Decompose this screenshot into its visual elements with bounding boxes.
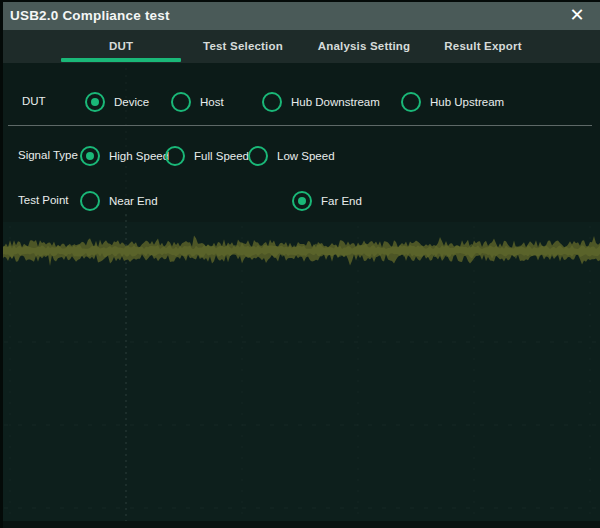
tab-dut[interactable]: DUT	[60, 30, 182, 63]
radio-option-label: Hub Upstream	[430, 96, 504, 108]
row-label-signal-type: Signal Type	[18, 149, 78, 161]
radio-unselected-icon	[165, 146, 185, 166]
dut-settings-form: DUTDeviceHostHub DownstreamHub UpstreamS…	[3, 63, 600, 223]
radio-dot	[298, 197, 306, 205]
tab-result-export[interactable]: Result Export	[422, 30, 544, 63]
radio-option-label: Far End	[321, 195, 362, 207]
radio-option-label: High Speed	[109, 150, 169, 162]
tab-label: Test Selection	[203, 40, 283, 52]
radio-option-hub-downstream[interactable]: Hub Downstream	[262, 92, 380, 112]
title-bar: USB2.0 Compliance test ✕	[3, 2, 600, 30]
tab-label: DUT	[109, 40, 133, 52]
window-title: USB2.0 Compliance test	[10, 2, 170, 30]
screen-bottom-edge	[0, 521, 600, 528]
radio-option-label: Low Speed	[277, 150, 335, 162]
radio-selected-icon	[292, 191, 312, 211]
radio-selected-icon	[85, 92, 105, 112]
row-label-test-point: Test Point	[18, 194, 69, 206]
radio-option-high-speed[interactable]: High Speed	[80, 146, 169, 166]
radio-option-label: Full Speed	[194, 150, 249, 162]
radio-unselected-icon	[262, 92, 282, 112]
radio-option-host[interactable]: Host	[171, 92, 224, 112]
radio-selected-icon	[80, 146, 100, 166]
radio-option-label: Hub Downstream	[291, 96, 380, 108]
radio-option-low-speed[interactable]: Low Speed	[248, 146, 335, 166]
tab-test-selection[interactable]: Test Selection	[182, 30, 304, 63]
radio-option-near-end[interactable]: Near End	[80, 191, 158, 211]
compliance-test-dialog: USB2.0 Compliance test ✕ DUTTest Selecti…	[0, 0, 600, 528]
tab-analysis-setting[interactable]: Analysis Setting	[303, 30, 425, 63]
radio-option-label: Near End	[109, 195, 158, 207]
radio-dot	[91, 98, 99, 106]
radio-unselected-icon	[248, 146, 268, 166]
active-tab-underline	[61, 58, 181, 62]
radio-option-far-end[interactable]: Far End	[292, 191, 362, 211]
close-icon[interactable]: ✕	[559, 2, 595, 30]
radio-option-full-speed[interactable]: Full Speed	[165, 146, 249, 166]
tab-bar: DUTTest SelectionAnalysis SettingResult …	[3, 30, 600, 63]
row-label-dut: DUT	[22, 95, 46, 107]
radio-unselected-icon	[171, 92, 191, 112]
tab-label: Result Export	[444, 40, 521, 52]
radio-option-device[interactable]: Device	[85, 92, 149, 112]
radio-unselected-icon	[80, 191, 100, 211]
radio-dot	[86, 152, 94, 160]
radio-option-label: Device	[114, 96, 149, 108]
radio-unselected-icon	[401, 92, 421, 112]
row-divider	[8, 125, 592, 126]
radio-option-label: Host	[200, 96, 224, 108]
tab-label: Analysis Setting	[318, 40, 411, 52]
radio-option-hub-upstream[interactable]: Hub Upstream	[401, 92, 504, 112]
